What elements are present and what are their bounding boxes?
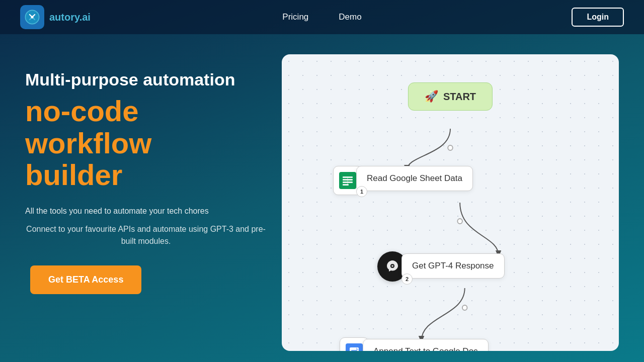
svg-rect-15	[351, 350, 357, 351]
beta-access-button[interactable]: Get BETA Access	[30, 265, 141, 294]
svg-point-12	[391, 265, 393, 267]
start-node[interactable]: 🚀 START	[408, 82, 493, 111]
logo-icon	[20, 5, 44, 29]
start-rocket-icon: 🚀	[425, 90, 438, 103]
hero-left: Multi-purpose automation no-code workflo…	[25, 54, 267, 294]
append-node[interactable]: Append Text to Google Doc	[363, 339, 489, 351]
gpt-node-label: Get GPT-4 Response	[412, 261, 494, 270]
hero-desc1: All the tools you need to automate your …	[25, 205, 267, 217]
sheet-node-label: Read Google Sheet Data	[367, 173, 462, 183]
gpt-node[interactable]: Get GPT-4 Response	[401, 253, 505, 279]
svg-point-3	[457, 219, 462, 224]
sheet-node[interactable]: Read Google Sheet Data	[356, 166, 473, 191]
node2-number: 2	[401, 274, 413, 285]
google-docs-icon	[346, 343, 363, 351]
svg-point-1	[31, 16, 33, 18]
hero-title-line1: no-code	[25, 95, 139, 127]
hero-title-line2: workflow	[25, 127, 151, 159]
logo[interactable]: autory.ai	[20, 5, 91, 29]
hero-subtitle: Multi-purpose automation	[25, 69, 267, 90]
workflow-panel: 🚀 START Read Google Sheet Data 1	[282, 54, 619, 351]
main-nav: Pricing Demo	[282, 12, 361, 22]
login-button[interactable]: Login	[572, 8, 624, 27]
hero-title-line3: builder	[25, 158, 122, 191]
logo-text: autory.ai	[49, 12, 91, 23]
start-label: START	[443, 91, 476, 103]
google-sheets-icon	[339, 172, 356, 189]
svg-point-2	[448, 145, 453, 150]
node1-number: 1	[356, 186, 367, 197]
nav-pricing[interactable]: Pricing	[282, 12, 308, 22]
hero-title: no-code workflow builder	[25, 95, 267, 191]
nav-demo[interactable]: Demo	[339, 12, 361, 22]
hero-desc2: Connect to your favourite APIs and autom…	[25, 223, 267, 247]
openai-icon	[383, 257, 401, 276]
svg-point-4	[462, 305, 467, 310]
append-node-label: Append Text to Google Doc	[373, 346, 478, 351]
